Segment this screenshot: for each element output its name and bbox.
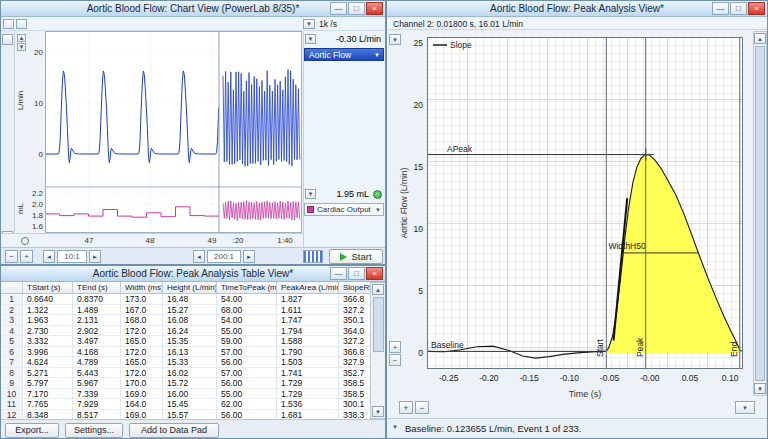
channel-settings-icon[interactable]	[2, 34, 13, 45]
zoom-out-icon[interactable]: −	[5, 250, 18, 263]
cell: 1.827	[277, 294, 339, 305]
x-zoom-out-icon[interactable]: −	[415, 401, 429, 414]
x-tick-label: -0.00	[635, 373, 665, 383]
chevron-down-icon[interactable]: ▼	[305, 34, 316, 44]
toolbar-icon[interactable]	[3, 19, 14, 29]
y-tick-label: 15	[399, 162, 423, 172]
y-axis-title: Aortic Flow (L/min)	[399, 138, 409, 268]
cell: 15.35	[163, 336, 217, 347]
y-scale-down-icon[interactable]: ▼	[17, 43, 26, 51]
chart-window-titlebar[interactable]: Aortic Blood Flow: Chart View (PowerLab …	[1, 1, 385, 17]
cell: 3.497	[73, 336, 121, 347]
compress-right-icon[interactable]: ◄	[193, 250, 205, 263]
cell: 1.747	[277, 315, 339, 326]
add-to-datapad-button[interactable]: Add to Data Pad	[129, 423, 219, 438]
close-icon[interactable]: ×	[748, 2, 765, 15]
cell: 56.00	[217, 410, 277, 420]
ch2-ytick: 2.2	[27, 189, 43, 198]
column-header[interactable]: SlopeRise (L	[339, 282, 371, 294]
plot-scrollbar[interactable]: ▲ ▼	[753, 31, 767, 396]
chevron-down-icon[interactable]: ▼	[303, 19, 315, 29]
peak-table-window: Aortic Blood Flow: Peak Analysis Table V…	[0, 265, 386, 439]
scroll-thumb[interactable]	[373, 297, 384, 352]
expand-right-icon[interactable]: ►	[243, 250, 255, 263]
peak-table[interactable]: 10.66400.8370173.016.4854.001.827366.821…	[1, 294, 371, 419]
table-row[interactable]: 63.9964.168172.016.1357.001.790366.8	[1, 347, 371, 358]
cell: 3.332	[23, 336, 73, 347]
svg-text:APeak: APeak	[447, 144, 473, 154]
compress-left-icon[interactable]: ◄	[43, 250, 55, 263]
table-row[interactable]: 95.7975.967170.015.7256.001.729358.5	[1, 378, 371, 389]
scroll-down-icon[interactable]: ▼	[372, 406, 384, 417]
minimize-icon[interactable]: —	[330, 267, 347, 280]
column-header[interactable]: Height (L/min)	[163, 282, 217, 294]
cell: 57.00	[217, 347, 277, 358]
table-row[interactable]: 128.3488.517169.015.5756.001.681338.3	[1, 410, 371, 420]
peak-analysis-plot[interactable]: APeakWidthH50BaselineStartPeakEndSlope	[427, 37, 743, 369]
column-header[interactable]: TEnd (s)	[73, 282, 121, 294]
table-row[interactable]: 117.7657.929164.015.4562.001.536300.1	[1, 399, 371, 410]
cell: 16.48	[163, 294, 217, 305]
x-tick-label: -0.20	[474, 373, 504, 383]
settings-button[interactable]: Settings...	[65, 423, 123, 438]
time-tick: 49	[204, 236, 220, 245]
table-row[interactable]: 53.3323.497165.015.3559.001.588327.2	[1, 336, 371, 347]
svg-text:Start: Start	[595, 338, 605, 357]
maximize-icon[interactable]: □	[730, 2, 747, 15]
cell: 1.611	[277, 305, 339, 316]
analysis-window-titlebar[interactable]: Aortic Blood Flow: Peak Analysis View* —…	[387, 1, 767, 17]
column-header[interactable]: TStart (s)	[23, 282, 73, 294]
start-label: Start	[351, 251, 371, 262]
zoom-in-icon[interactable]: +	[20, 250, 33, 263]
row-number: 3	[1, 315, 23, 326]
table-row[interactable]: 31.9632.131168.016.0854.001.747350.1	[1, 315, 371, 326]
cell: 16.24	[163, 326, 217, 337]
y-scale-up-icon[interactable]: ▲	[17, 34, 26, 42]
export-button[interactable]: Export...	[5, 423, 59, 438]
chart-plot-area[interactable]	[45, 31, 302, 233]
table-row[interactable]: 107.1707.339169.016.0055.001.729358.5	[1, 389, 371, 400]
column-header[interactable]: Width (ms)	[121, 282, 163, 294]
x-tick-label: 0.10	[715, 373, 745, 383]
ch1-channel-selector[interactable]: Aortic Flow ▼	[304, 48, 384, 61]
start-button[interactable]: Start	[329, 249, 383, 264]
table-window-titlebar[interactable]: Aortic Blood Flow: Peak Analysis Table V…	[1, 266, 385, 282]
cell: 172.0	[121, 347, 163, 358]
minimize-icon[interactable]: —	[330, 2, 347, 15]
close-icon[interactable]: ×	[366, 267, 383, 280]
cell: 55.00	[217, 389, 277, 400]
ch1-ytick: 20	[27, 48, 43, 57]
scroll-down-icon[interactable]: ▼	[754, 383, 766, 394]
info-bar: Channel 2: 0.01800 s, 16.01 L/min	[387, 17, 768, 30]
cell: 7.929	[73, 399, 121, 410]
table-scrollbar[interactable]: ▲ ▼	[370, 282, 386, 419]
cell: 3.996	[23, 347, 73, 358]
y-tick-label: 0	[399, 348, 423, 358]
scroll-up-icon[interactable]: ▲	[372, 284, 384, 295]
scroll-thumb[interactable]	[755, 46, 765, 381]
cell: 15.45	[163, 399, 217, 410]
x-axis-title: Time (s)	[427, 389, 743, 399]
table-row[interactable]: 42.7302.902172.016.2455.001.794364.0	[1, 326, 371, 337]
expand-left-icon[interactable]: ►	[89, 250, 101, 263]
row-number: 5	[1, 336, 23, 347]
chevron-down-icon[interactable]: ▼	[735, 401, 755, 414]
maximize-icon[interactable]: □	[348, 2, 365, 15]
table-row[interactable]: 10.66400.8370173.016.4854.001.827366.8	[1, 294, 371, 305]
table-row[interactable]: 74.6244.789165.015.3356.001.503327.9	[1, 357, 371, 368]
column-header[interactable]: PeakArea (L/min.s)	[277, 282, 339, 294]
maximize-icon[interactable]: □	[348, 267, 365, 280]
table-row[interactable]: 21.3221.489167.015.2768.001.611327.2	[1, 305, 371, 316]
minimize-icon[interactable]: —	[712, 2, 729, 15]
svg-text:Slope: Slope	[450, 40, 472, 50]
scroll-up-icon[interactable]: ▲	[754, 33, 766, 44]
chevron-down-icon[interactable]: ▼	[392, 424, 398, 430]
column-header[interactable]: TimeToPeak (ms)	[217, 282, 277, 294]
scope-preview-icon[interactable]	[303, 250, 323, 263]
sample-rate-label: 1k /s	[319, 19, 337, 29]
close-icon[interactable]: ×	[366, 2, 383, 15]
toolbar-icon[interactable]	[16, 19, 27, 29]
ch2-channel-selector[interactable]: Cardiac Output ▼	[304, 203, 384, 216]
x-zoom-in-icon[interactable]: +	[399, 401, 413, 414]
table-row[interactable]: 85.2715.443172.016.0257.001.741352.7	[1, 368, 371, 379]
